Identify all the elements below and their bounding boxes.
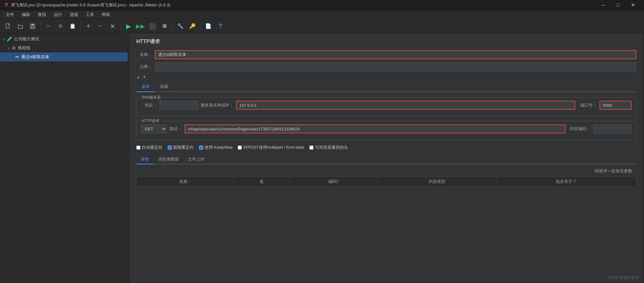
start-no-pause-button[interactable]: ▶▶ — [135, 20, 146, 32]
encoding-label: 内容编码： — [568, 126, 591, 132]
sub-tab-params[interactable]: 参数 — [136, 155, 154, 164]
open-button[interactable] — [15, 20, 26, 32]
menu-edit[interactable]: 编辑 — [19, 11, 33, 19]
window-controls: ─ □ ✕ — [596, 0, 640, 10]
content-area: HTTP请求 名称： 注释： ▲ ▼ ··· 基本 高级 — [130, 33, 643, 283]
protocol-label: 协议： — [141, 102, 157, 108]
path-input[interactable] — [185, 124, 566, 133]
remote-start-button[interactable]: 🔧 — [175, 20, 186, 32]
main-layout: ∨ 🧪 公共能力测试 ∨ ⚙ 线程组 ✏ 通过id获取实体 ⋮ HTTP请求 名… — [0, 33, 644, 283]
watermark: CSDN @勒径苦舟 — [608, 275, 639, 280]
method-path-row: GET POST PUT DELETE 路径： 内容编码： — [141, 124, 632, 133]
menu-options[interactable]: 选项 — [67, 11, 81, 19]
sub-tab-file-upload[interactable]: 文件上传 — [183, 155, 209, 164]
col-header-include: 包含等于？ — [496, 177, 636, 187]
comment-label: 注释： — [136, 64, 152, 70]
menu-help[interactable]: 帮助 — [99, 11, 113, 19]
menu-file[interactable]: 文件 — [3, 11, 17, 19]
server-row: 协议： 服务器名称或IP： 端口号： — [141, 101, 632, 110]
close-button[interactable]: ✕ — [625, 0, 640, 10]
sidebar-item-label-thread-group: 线程组 — [18, 45, 30, 51]
toolbar: ✂ ⧉ 📋 + − ▶ ▶▶ ⬛ ⏹ 🔧 🔑 📄 ? — [0, 19, 644, 33]
public-test-icon: 🧪 — [7, 36, 12, 42]
multipart-checkbox[interactable]: 对POST使用multipart / form-data — [238, 145, 304, 150]
auto-redirect-checkbox[interactable]: 自动重定向 — [136, 145, 163, 150]
keepalive-checkbox[interactable]: 使用 KeepAlive — [199, 145, 233, 150]
separator-4 — [172, 22, 173, 31]
port-label: 端口号： — [578, 102, 597, 108]
menu-run[interactable]: 运行 — [51, 11, 65, 19]
add-button[interactable]: + — [83, 20, 94, 32]
right-handle[interactable] — [643, 33, 644, 283]
name-label: 名称： — [136, 52, 152, 58]
separator-1 — [40, 22, 41, 31]
save-button[interactable] — [27, 20, 38, 32]
port-input[interactable] — [600, 101, 632, 110]
paste-button[interactable]: 📋 — [67, 20, 78, 32]
svg-rect-2 — [31, 24, 34, 26]
shutdown-button[interactable]: ⏹ — [159, 20, 171, 32]
content-scroll: HTTP请求 名称： 注释： ▲ ▼ ··· 基本 高级 — [130, 33, 643, 283]
separator-5 — [200, 22, 201, 31]
tab-basic[interactable]: 基本 — [136, 82, 155, 92]
app-icon: ⚗ — [4, 2, 8, 8]
params-table: 名称： 值 编码? 内容类型 包含等于？ — [136, 177, 636, 212]
menu-tools[interactable]: 工具 — [83, 11, 97, 19]
minimize-button[interactable]: ─ — [596, 0, 611, 10]
expand-arrow-down[interactable]: ▼ — [142, 75, 147, 79]
tree-arrow-2: ∨ — [8, 46, 10, 50]
cut-button[interactable]: ✂ — [43, 20, 54, 32]
stop-button[interactable]: ⬛ — [147, 20, 158, 32]
section-title: HTTP请求 — [136, 38, 636, 45]
help-button[interactable]: ? — [215, 20, 226, 32]
follow-redirect-label: 跟随重定向 — [173, 145, 194, 150]
protocol-input[interactable] — [160, 101, 198, 110]
window-title: 周飞测试.jmx (D:\java\apache-jmeter-5.6.3\sa… — [11, 2, 170, 8]
send-params-row: 同请求一起发送参数： — [136, 168, 636, 174]
template-button[interactable]: 📄 — [203, 20, 214, 32]
checkbox-row: 自动重定向 跟随重定向 使用 KeepAlive 对POST使用multipar… — [136, 145, 636, 150]
menu-bar: 文件 编辑 查找 运行 选项 工具 帮助 — [0, 10, 644, 19]
separator-2 — [80, 22, 81, 31]
copy-button[interactable]: ⧉ — [55, 20, 66, 32]
clear-button[interactable] — [107, 20, 118, 32]
menu-find[interactable]: 查找 — [35, 11, 49, 19]
browser-compatible-checkbox[interactable]: 与浏览器兼容的头 — [309, 145, 348, 150]
name-input[interactable] — [155, 50, 636, 59]
sub-tab-body[interactable]: 消息体数据 — [154, 155, 183, 164]
keepalive-label: 使用 KeepAlive — [204, 145, 233, 150]
web-server-group-title: Web服务器 — [140, 95, 163, 100]
http-request-group-title: HTTP请求 — [140, 118, 161, 124]
more-options[interactable]: ··· — [633, 75, 636, 79]
multipart-label: 对POST使用multipart / form-data — [243, 145, 304, 150]
web-server-group: Web服务器 协议： 服务器名称或IP： 端口号： — [136, 97, 636, 116]
sidebar-item-public-test[interactable]: ∨ 🧪 公共能力测试 — [0, 35, 128, 43]
auto-redirect-label: 自动重定向 — [142, 145, 163, 150]
server-label: 服务器名称或IP： — [201, 102, 234, 108]
remote-stop-button[interactable]: 🔑 — [187, 20, 198, 32]
encoding-input[interactable] — [593, 124, 632, 133]
expand-arrow-up[interactable]: ▲ — [136, 75, 140, 79]
method-select[interactable]: GET POST PUT DELETE — [141, 124, 167, 133]
thread-group-icon: ⚙ — [12, 45, 16, 51]
browser-compatible-label: 与浏览器兼容的头 — [315, 145, 348, 150]
tab-advanced[interactable]: 高级 — [155, 82, 173, 92]
get-entity-icon: ✏ — [15, 54, 19, 59]
name-row: 名称： — [136, 50, 636, 59]
comment-input[interactable] — [155, 62, 636, 71]
new-button[interactable] — [3, 20, 14, 32]
follow-redirect-checkbox[interactable]: 跟随重定向 — [168, 145, 194, 150]
title-bar: ⚗ 周飞测试.jmx (D:\java\apache-jmeter-5.6.3\… — [0, 0, 644, 10]
maximize-button[interactable]: □ — [611, 0, 625, 10]
sidebar-item-thread-group[interactable]: ∨ ⚙ 线程组 — [0, 43, 128, 52]
start-button[interactable]: ▶ — [123, 20, 134, 32]
title-bar-left: ⚗ 周飞测试.jmx (D:\java\apache-jmeter-5.6.3\… — [4, 2, 170, 8]
sidebar-item-get-entity[interactable]: ✏ 通过id获取实体 — [0, 52, 128, 61]
main-tabs: 基本 高级 — [136, 82, 636, 92]
col-header-name: 名称： — [137, 177, 234, 187]
remove-button[interactable]: − — [95, 20, 106, 32]
send-params-label: 同请求一起发送参数： — [595, 168, 636, 174]
col-header-encoded: 编码? — [289, 177, 378, 187]
comment-row: 注释： — [136, 62, 636, 71]
server-input[interactable] — [236, 101, 575, 110]
